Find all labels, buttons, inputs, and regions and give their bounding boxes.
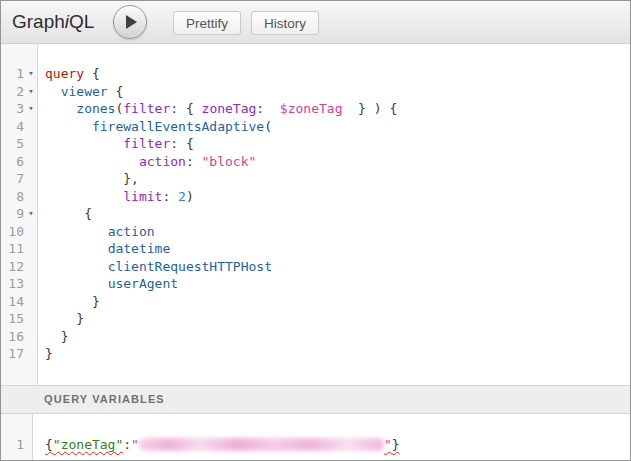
prettify-button[interactable]: Prettify — [173, 11, 241, 35]
line-number: 14 — [1, 293, 24, 311]
play-icon — [126, 15, 137, 29]
token-punc — [45, 259, 108, 274]
graphiql-logo: GraphiQL — [12, 1, 94, 42]
code-line: 1▾query { — [1, 65, 630, 83]
token-punc — [45, 84, 61, 99]
code-text: datetime — [38, 240, 170, 258]
fold-gutter-spacer — [24, 240, 38, 258]
token-prop: userAgent — [108, 276, 178, 291]
query-variables-title-bar[interactable]: QUERY VARIABLES — [1, 385, 630, 414]
line-number: 8 — [1, 188, 24, 206]
code-line: 1{"zoneTag":""} — [1, 436, 630, 454]
token-punc — [45, 171, 123, 186]
token-punc — [45, 206, 84, 221]
code-text: zones(filter: { zoneTag: $zoneTag } ) { — [38, 100, 397, 118]
fold-gutter-spacer — [24, 258, 38, 276]
line-number: 1 — [1, 436, 24, 454]
line-number: 2 — [1, 83, 24, 101]
code-line: 16 } — [1, 328, 630, 346]
token-punc: } — [45, 329, 68, 344]
token-str: " — [384, 437, 392, 452]
token-punc: } — [392, 437, 400, 452]
fold-gutter-spacer — [24, 135, 38, 153]
code-text: viewer { — [38, 83, 123, 101]
token-punc — [45, 241, 108, 256]
topbar: GraphiQL Prettify History — [1, 1, 630, 44]
token-attr: filter — [123, 136, 170, 151]
code-line: 17} — [1, 345, 630, 363]
code-line: 5 filter: { — [1, 135, 630, 153]
token-prop: action — [108, 224, 155, 239]
token-punc: { — [84, 66, 100, 81]
fold-gutter-spacer — [24, 275, 38, 293]
code-line: 4 firewallEventsAdaptive( — [1, 118, 630, 136]
token-punc: { — [84, 206, 92, 221]
line-number: 12 — [1, 258, 24, 276]
token-punc: ) — [186, 189, 194, 204]
variables-editor[interactable]: 1{"zoneTag":""} — [1, 414, 630, 461]
fold-gutter-spacer — [24, 188, 38, 206]
token-punc: : { — [170, 136, 193, 151]
fold-gutter-spacer — [24, 345, 38, 363]
fold-arrow-icon[interactable]: ▾ — [24, 205, 38, 223]
code-text: limit: 2) — [38, 188, 194, 206]
code-text: } — [38, 293, 100, 311]
token-num: 2 — [178, 189, 186, 204]
code-text: } — [38, 345, 53, 363]
code-text: action — [38, 223, 155, 241]
fold-gutter-spacer — [24, 328, 38, 346]
fold-gutter-spacer — [24, 153, 38, 171]
token-punc: { — [108, 84, 124, 99]
line-number: 1 — [1, 65, 24, 83]
line-number: 9 — [1, 205, 24, 223]
token-str: " — [131, 437, 139, 452]
token-prop: datetime — [108, 241, 171, 256]
fold-arrow-icon[interactable]: ▾ — [24, 65, 38, 83]
redacted-zone-tag-value — [139, 438, 384, 451]
code-line: 7 }, — [1, 170, 630, 188]
token-kw: query — [45, 66, 84, 81]
code-line: 13 userAgent — [1, 275, 630, 293]
code-line: 12 clientRequestHTTPHost — [1, 258, 630, 276]
token-punc — [45, 101, 76, 116]
code-line: 6 action: "block" — [1, 153, 630, 171]
token-punc: ( — [264, 119, 272, 134]
token-punc — [45, 189, 123, 204]
variables-code-lines: 1{"zoneTag":""} — [1, 436, 630, 454]
code-text: } — [38, 328, 68, 346]
history-button[interactable]: History — [251, 11, 319, 35]
token-key: "zoneTag" — [53, 437, 123, 452]
line-number: 13 — [1, 275, 24, 293]
token-punc: : — [186, 154, 202, 169]
code-text: } — [38, 310, 84, 328]
token-attr: filter — [123, 101, 170, 116]
code-text: action: "block" — [38, 153, 256, 171]
query-editor[interactable]: 1▾query {2▾ viewer {3▾ zones(filter: { z… — [1, 44, 630, 385]
code-text: }, — [38, 170, 139, 188]
token-punc: } ) { — [342, 101, 397, 116]
token-punc — [45, 276, 108, 291]
execute-query-button[interactable] — [113, 5, 147, 39]
token-prop: zones — [76, 101, 115, 116]
code-line: 9▾ { — [1, 205, 630, 223]
code-text: { — [38, 205, 92, 223]
code-text: query { — [38, 65, 100, 83]
code-line: 3▾ zones(filter: { zoneTag: $zoneTag } )… — [1, 100, 630, 118]
code-text: firewallEventsAdaptive( — [38, 118, 272, 136]
code-text: filter: { — [38, 135, 194, 153]
token-punc: } — [45, 346, 53, 361]
line-number: 6 — [1, 153, 24, 171]
logo-text-post: QL — [69, 11, 94, 32]
token-attr: limit — [123, 189, 162, 204]
code-text: userAgent — [38, 275, 178, 293]
line-number: 7 — [1, 170, 24, 188]
token-var: $zoneTag — [280, 101, 343, 116]
code-line: 2▾ viewer { — [1, 83, 630, 101]
fold-arrow-icon[interactable]: ▾ — [24, 100, 38, 118]
line-number: 11 — [1, 240, 24, 258]
token-punc: : { — [170, 101, 201, 116]
fold-arrow-icon[interactable]: ▾ — [24, 83, 38, 101]
fold-gutter-spacer — [24, 293, 38, 311]
code-line: 15 } — [1, 310, 630, 328]
code-line: 11 datetime — [1, 240, 630, 258]
